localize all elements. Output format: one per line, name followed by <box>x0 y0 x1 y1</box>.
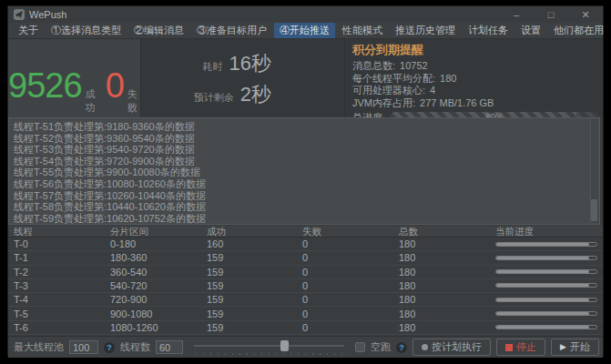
max-pool-help-icon[interactable]: ? <box>104 342 115 353</box>
log-line: 线程T-57负责处理第:10260-10440条的数据 <box>14 190 598 202</box>
slider-ticks <box>196 353 344 355</box>
max-pool-label: 最大线程池 <box>14 340 64 354</box>
column-header[interactable]: 当前进度 <box>495 226 603 237</box>
info-value: 277 MB/1.76 GB <box>420 97 494 110</box>
menu-item[interactable]: ①选择消息类型 <box>46 23 127 38</box>
thread-count-slider[interactable] <box>194 339 344 356</box>
remaining-label: 预计剩余 <box>194 91 234 105</box>
cell-success: 160 <box>207 238 302 249</box>
cell-fail: 0 <box>302 252 399 263</box>
cell-fail: 0 <box>302 238 399 249</box>
schedule-button[interactable]: 按计划执行 <box>412 339 491 356</box>
menu-item[interactable]: 关于 <box>13 23 44 38</box>
info-label: JVM内存占用: <box>352 97 415 110</box>
max-pool-input[interactable] <box>69 340 98 354</box>
cell-range: 360-540 <box>110 267 207 278</box>
cell-success: 159 <box>207 322 302 333</box>
menu-item[interactable]: 设置 <box>515 23 546 38</box>
log-lines: 线程T-51负责处理第:9180-9360条的数据线程T-52负责处理第:936… <box>14 121 598 225</box>
info-value: 10752 <box>400 60 428 73</box>
menu-item[interactable]: 性能模式 <box>337 23 388 38</box>
elapsed-value: 16秒 <box>229 50 271 77</box>
menu-item[interactable]: ③准备目标用户 <box>191 23 272 38</box>
table-row[interactable]: T-5900-10801590180 <box>8 307 603 320</box>
dry-run-checkbox[interactable] <box>355 342 365 352</box>
cell-thread: T-2 <box>14 267 110 278</box>
log-line: 线程T-56负责处理第:10080-10260条的数据 <box>14 178 598 190</box>
row-progress-bar <box>495 298 597 302</box>
dry-run-label: 空跑 <box>371 340 391 354</box>
row-progress-fill <box>496 243 589 246</box>
log-line: 线程T-51负责处理第:9180-9360条的数据 <box>14 121 598 133</box>
cell-total: 180 <box>399 280 495 291</box>
thread-count-label: 线程数 <box>120 340 150 354</box>
push-title: 积分到期提醒 <box>352 42 603 58</box>
row-progress-fill <box>496 312 589 315</box>
cell-range: 0-180 <box>110 238 207 249</box>
row-progress-fill <box>496 270 589 273</box>
close-icon[interactable]: ✕ <box>579 6 592 23</box>
cell-success: 159 <box>207 267 302 278</box>
cell-success: 159 <box>207 252 302 263</box>
table-row[interactable]: T-00-1801600180 <box>8 238 603 251</box>
timers-panel: 耗时 16秒 预计剩余 2秒 <box>140 39 345 117</box>
thread-count-input[interactable] <box>156 340 183 354</box>
dry-run-help-icon[interactable]: ? <box>396 342 407 353</box>
menu-item[interactable]: 推送历史管理 <box>390 23 461 38</box>
remaining-row: 预计剩余 2秒 <box>141 81 271 108</box>
log-line: 线程T-54负责处理第:9720-9900条的数据 <box>14 156 598 167</box>
cell-fail: 0 <box>302 294 399 305</box>
cell-total: 180 <box>399 267 495 278</box>
log-scrollbar[interactable] <box>590 119 598 223</box>
slider-track[interactable] <box>194 345 344 347</box>
menu-item[interactable]: 计划任务 <box>463 23 514 38</box>
row-progress-fill <box>496 298 589 301</box>
menu-item[interactable]: ②编辑消息 <box>128 23 189 38</box>
info-value: 4 <box>430 85 435 97</box>
minimize-icon[interactable]: – <box>510 6 523 23</box>
slider-thumb[interactable] <box>280 340 289 351</box>
row-progress-bar <box>495 325 597 329</box>
table-row[interactable]: T-3540-7201590180 <box>8 279 603 293</box>
column-header[interactable]: 成功 <box>207 226 302 237</box>
row-progress-fill <box>496 326 589 329</box>
cell-thread: T-3 <box>14 280 110 291</box>
wepush-window: WePush – □ ✕ 关于①选择消息类型②编辑消息③准备目标用户④开始推送性… <box>7 5 604 357</box>
column-header[interactable]: 失败 <box>302 226 399 237</box>
cell-range: 1080-1260 <box>110 322 207 333</box>
table-body: T-00-1801600180T-1180-3601590180T-2360-5… <box>8 238 603 335</box>
table-row[interactable]: T-2360-5401590180 <box>8 266 603 279</box>
column-header[interactable]: 总数 <box>399 226 495 237</box>
stop-square-icon <box>505 344 513 351</box>
menu-item[interactable]: 他们都在用 <box>548 23 609 38</box>
push-info-panel: 积分到期提醒 消息总数:10752每个线程平均分配:180可用处理器核心:4JV… <box>346 39 603 117</box>
log-line: 线程T-59负责处理第:10620-10752条的数据 <box>14 213 598 225</box>
push-info-row: 每个线程平均分配:180 <box>352 73 603 86</box>
log-scrollbar-thumb[interactable] <box>591 199 597 221</box>
log-line: T-59已处理完第10620-10752条的数据 <box>14 224 598 225</box>
menu-item[interactable]: ④开始推送 <box>274 23 335 38</box>
window-controls: – □ ✕ <box>510 6 597 23</box>
cell-success: 159 <box>207 308 302 319</box>
stop-button[interactable]: 停止 <box>496 339 545 356</box>
stats-band: 9526 成功 0 失败 耗时 16秒 预计剩余 2秒 积分到期提醒 消息总数:… <box>8 39 603 117</box>
column-header[interactable]: 分片区间 <box>110 226 207 237</box>
menu-bar: 关于①选择消息类型②编辑消息③准备目标用户④开始推送性能模式推送历史管理计划任务… <box>8 23 603 39</box>
thread-table: 线程分片区间成功失败总数当前进度 T-00-1801600180T-1180-3… <box>8 226 603 336</box>
cell-thread: T-4 <box>14 294 110 305</box>
column-header[interactable]: 线程 <box>14 226 110 237</box>
remaining-value: 2秒 <box>240 81 271 108</box>
cell-total: 180 <box>399 308 495 319</box>
log-line: 线程T-58负责处理第:10440-10620条的数据 <box>14 201 598 213</box>
maximize-icon[interactable]: □ <box>545 6 557 23</box>
log-line: 线程T-55负责处理第:9900-10080条的数据 <box>14 167 598 178</box>
table-row[interactable]: T-4720-9001590180 <box>8 293 603 307</box>
table-row[interactable]: T-1180-3601590180 <box>8 251 603 265</box>
cell-total: 180 <box>399 238 495 249</box>
log-area[interactable]: 线程T-51负责处理第:9180-9360条的数据线程T-52负责处理第:936… <box>8 117 600 225</box>
log-line: 线程T-53负责处理第:9540-9720条的数据 <box>14 144 598 156</box>
table-row[interactable]: T-61080-12601590180 <box>8 321 603 335</box>
elapsed-label: 耗时 <box>203 60 223 74</box>
start-button-label: 开始 <box>570 340 590 354</box>
start-button[interactable]: ▶ 开始 <box>551 339 599 356</box>
